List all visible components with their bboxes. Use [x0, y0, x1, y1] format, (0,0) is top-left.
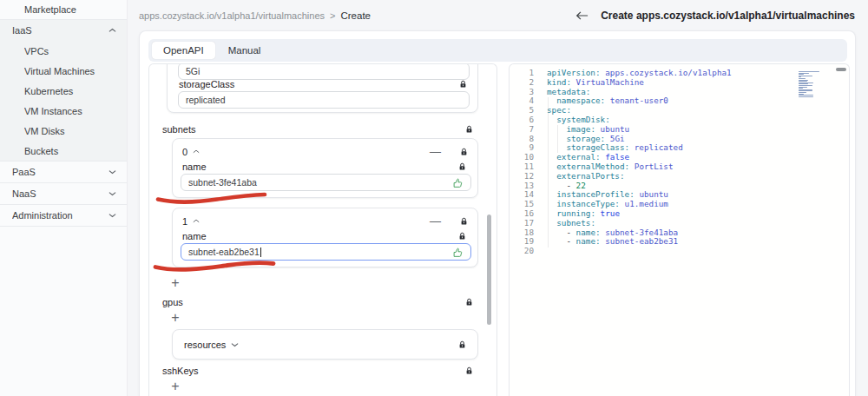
breadcrumb-separator: >: [330, 10, 335, 21]
storage-value: 5Gi: [186, 66, 462, 76]
sidebar-item-label: VM Instances: [24, 106, 116, 116]
add-subnet-button[interactable]: +: [168, 275, 183, 291]
lock-icon[interactable]: [459, 80, 467, 89]
storageclass-label: storageClass: [179, 79, 234, 89]
add-sshkey-button[interactable]: +: [168, 379, 183, 394]
breadcrumb-path-link[interactable]: apps.cozystack.io/v1alpha1/virtualmachin…: [139, 10, 325, 21]
add-gpu-button[interactable]: +: [168, 310, 183, 326]
minimap-line: [799, 78, 806, 79]
breadcrumb: apps.cozystack.io/v1alpha1/virtualmachin…: [139, 0, 371, 30]
sidebar-item-label: IaaS: [12, 25, 108, 36]
sidebar-item-label: PaaS: [12, 167, 108, 177]
subnet-0-collapse-toggle[interactable]: 0: [182, 147, 200, 157]
sidebar-item-vpcs[interactable]: VPCs: [0, 41, 127, 61]
text-cursor: [260, 248, 261, 257]
resources-label: resources: [184, 340, 226, 350]
sidebar-item-label: Kubernetes: [24, 86, 116, 96]
resources-expand-toggle[interactable]: resources: [173, 330, 477, 359]
line-number: 20: [510, 247, 534, 256]
line-number: 2: [510, 78, 534, 88]
chevron-down-icon: [108, 169, 116, 175]
subnet-1-remove-button[interactable]: —: [430, 215, 441, 227]
lock-icon[interactable]: [465, 125, 473, 134]
chevron-up-icon: [108, 28, 116, 33]
sidebar-item-label: VM Disks: [24, 126, 116, 136]
yaml-editor[interactable]: 1apiVersion: apps.cozystack.io/v1alpha12…: [509, 63, 850, 396]
tab-manual[interactable]: Manual: [217, 42, 273, 59]
lock-icon[interactable]: [460, 217, 468, 226]
sidebar-item-naas[interactable]: NaaS: [0, 183, 127, 204]
subnet-1-header: 1 —: [182, 214, 468, 228]
thumbs-up-icon: [452, 247, 464, 258]
top-bar: apps.cozystack.io/v1alpha1/virtualmachin…: [128, 0, 868, 30]
lock-icon[interactable]: [465, 366, 473, 375]
storageclass-label-row: storageClass: [179, 79, 467, 89]
lock-icon[interactable]: [460, 148, 468, 156]
sidebar-item-label: VPCs: [24, 46, 116, 56]
lock-icon[interactable]: [465, 298, 473, 307]
sidebar-item-label: Buckets: [24, 146, 116, 156]
subnet-1-name-label-row: name: [182, 231, 466, 241]
lock-icon[interactable]: [458, 232, 466, 241]
sidebar-nav: MarketplaceIaaSVPCsVirtual MachinesKuber…: [0, 0, 128, 396]
sidebar-item-buckets[interactable]: Buckets: [0, 141, 127, 161]
sidebar-item-label: Marketplace: [24, 4, 116, 15]
back-arrow-icon[interactable]: [575, 10, 589, 21]
subnets-label: subnets: [162, 124, 196, 135]
sidebar-item-paas[interactable]: PaaS: [0, 162, 127, 182]
subnet-card-0: 0 — name subnet-3fe41aba: [172, 138, 478, 198]
sidebar-item-label: NaaS: [12, 188, 108, 199]
sidebar-item-marketplace[interactable]: Marketplace: [0, 0, 127, 19]
sidebar-divider: [0, 226, 127, 227]
storage-input[interactable]: 5Gi: [178, 63, 470, 80]
subnet-0-name-input[interactable]: subnet-3fe41aba: [181, 174, 471, 191]
sidebar-item-iaas[interactable]: IaaS: [0, 20, 127, 41]
sidebar-item-kubernetes[interactable]: Kubernetes: [0, 81, 127, 101]
page-title-bar: Create apps.cozystack.io/v1alpha1/virtua…: [575, 0, 855, 30]
code-line: 20: [510, 247, 849, 256]
subnets-label-row: subnets: [162, 124, 473, 135]
editor-minimap[interactable]: [799, 71, 823, 99]
subnet-0-name-label: name: [182, 162, 207, 172]
chevron-up-icon: [193, 219, 200, 223]
tab-bar: OpenAPI Manual: [148, 39, 847, 62]
chevron-down-icon: [108, 213, 116, 218]
minimap-line: [799, 92, 806, 93]
lock-icon[interactable]: [458, 340, 466, 349]
tab-openapi[interactable]: OpenAPI: [152, 42, 215, 59]
lock-icon[interactable]: [458, 162, 466, 171]
sidebar-item-label: Administration: [12, 210, 108, 221]
gpus-label: gpus: [162, 297, 183, 307]
editor-scrollbar-thumb[interactable]: [836, 68, 846, 71]
sidebar-item-virtual-machines[interactable]: Virtual Machines: [0, 61, 127, 81]
sidebar-item-administration[interactable]: Administration: [0, 205, 127, 226]
chevron-down-icon: [108, 191, 116, 196]
breadcrumb-current: Create: [340, 10, 371, 21]
sshkeys-label: sshKeys: [162, 366, 199, 376]
storageclass-value: replicated: [186, 95, 462, 105]
gpus-label-row: gpus: [162, 297, 473, 307]
subnet-1-index: 1: [182, 216, 187, 227]
line-number: 17: [510, 219, 534, 228]
subnet-1-name-value: subnet-eab2be31: [188, 247, 452, 257]
app-window: MarketplaceIaaSVPCsVirtual MachinesKuber…: [0, 0, 868, 396]
subnet-1-collapse-toggle[interactable]: 1: [182, 216, 200, 227]
form-scrollbar-thumb[interactable]: [487, 214, 491, 325]
subnet-0-index: 0: [182, 147, 187, 157]
storageclass-input[interactable]: replicated: [178, 91, 470, 109]
subnet-0-name-value: subnet-3fe41aba: [188, 177, 452, 188]
content-card: OpenAPI Manual 5Gi storageClass replicat…: [139, 30, 856, 396]
subnet-1-name-label: name: [182, 231, 207, 241]
openapi-form-panel: 5Gi storageClass replicated subnets: [148, 63, 497, 396]
subnet-0-remove-button[interactable]: —: [430, 146, 441, 157]
systemdisk-card: 5Gi storageClass replicated: [167, 63, 478, 113]
sidebar-item-label: Virtual Machines: [24, 66, 116, 76]
sidebar-item-vm-disks[interactable]: VM Disks: [0, 121, 127, 141]
thumbs-up-icon: [452, 177, 464, 188]
chevron-down-icon: [231, 342, 239, 347]
minimap-line: [799, 85, 812, 86]
subnet-1-name-input[interactable]: subnet-eab2be31: [181, 243, 471, 261]
code-line: 19 - name: subnet-eab2be31: [510, 237, 849, 247]
subnet-card-1: 1 — name subnet-eab2be31: [172, 208, 478, 267]
sidebar-item-vm-instances[interactable]: VM Instances: [0, 101, 127, 121]
